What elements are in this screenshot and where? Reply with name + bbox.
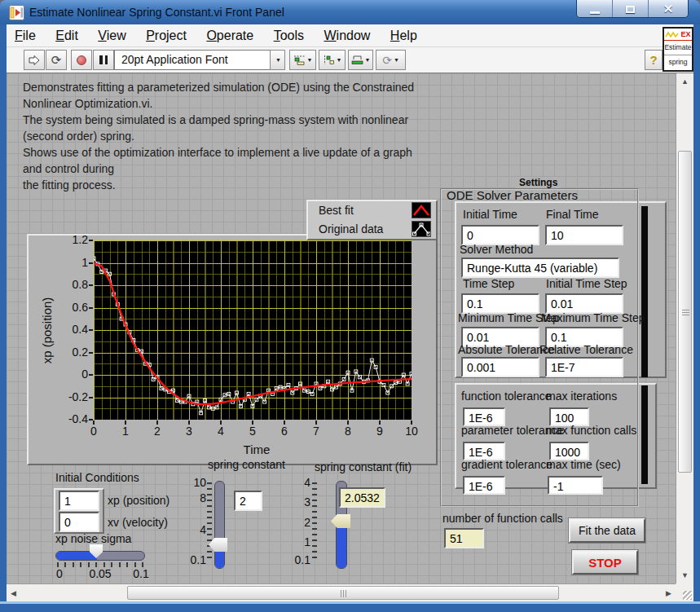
vertical-scrollbar[interactable]: ▲ ▼	[676, 73, 693, 583]
scrollbar-corner	[676, 583, 693, 601]
function-calls-label: number of function calls	[442, 512, 563, 525]
gradient-tolerance-field[interactable]: 1E-6	[463, 476, 505, 495]
scroll-down-icon[interactable]: ▼	[681, 571, 689, 579]
pause-icon	[99, 53, 109, 68]
maximize-button[interactable]	[613, 0, 649, 18]
abort-icon	[77, 55, 86, 65]
graph-plot-area	[94, 240, 412, 420]
labview-front-panel-window: Estimate Nonlinear Spring Constant.vi Fr…	[0, 0, 700, 612]
chevron-down-icon: ▼	[394, 57, 399, 63]
settings-frame-title: Settings	[516, 177, 561, 188]
chevron-down-icon: ▼	[365, 57, 371, 63]
noise-sigma-label: xp noise sigma	[55, 532, 131, 545]
legend-item-original-data[interactable]: Original data	[308, 220, 436, 239]
vi-icon-text-2: spring	[664, 55, 692, 68]
relative-tolerance-field[interactable]: 1E-7	[545, 357, 623, 377]
abort-button[interactable]	[71, 50, 92, 70]
graph-series	[94, 240, 412, 420]
best-fit-line-icon	[412, 202, 431, 218]
ode-cluster-title: ODE Solver Parameters	[447, 188, 578, 202]
scroll-left-icon[interactable]: ◀	[11, 589, 16, 597]
align-objects-icon	[293, 55, 306, 65]
horizontal-scrollbar-thumb[interactable]	[127, 586, 559, 600]
xv-velocity-field[interactable]: 0	[59, 512, 99, 532]
vi-icon[interactable]: EX Estimate spring	[663, 27, 693, 72]
chevron-down-icon: ▼	[275, 57, 281, 63]
resize-objects-icon	[351, 55, 363, 65]
menu-view[interactable]: View	[90, 24, 134, 46]
close-button[interactable]: ✕	[649, 0, 688, 18]
graph-legend: Best fit Original data	[306, 200, 438, 240]
minimize-button[interactable]	[577, 0, 613, 18]
vi-icon-waveform: EX	[664, 29, 692, 41]
menu-help[interactable]: Help	[382, 24, 425, 46]
window-title: Estimate Nonlinear Spring Constant.vi Fr…	[29, 6, 284, 19]
xp-position-field[interactable]: 1	[59, 491, 99, 511]
spring-constant-fit-label: spring constant (fit)	[315, 460, 412, 473]
spring-constant-label: spring constant	[208, 458, 285, 471]
menu-tools[interactable]: Tools	[266, 24, 312, 46]
description-text: Demonstrates fitting a parameterized sim…	[23, 79, 483, 193]
menu-project[interactable]: Project	[138, 24, 195, 46]
font-selector[interactable]: 20pt Application Font	[114, 50, 271, 70]
absolute-tolerance-field[interactable]: 0.001	[461, 357, 539, 377]
max-iterations-label: max iterations	[546, 390, 617, 403]
legend-label: Best fit	[319, 204, 354, 217]
cluster-scroll-bar	[641, 206, 648, 377]
context-help-button[interactable]: ?	[645, 50, 663, 70]
vertical-scrollbar-thumb[interactable]	[678, 151, 692, 473]
scroll-right-icon[interactable]: ▶	[666, 589, 671, 597]
legend-label: Original data	[319, 222, 383, 236]
time-step-label: Time Step	[463, 277, 514, 290]
spring-constant-value-field[interactable]: 2	[234, 491, 262, 511]
scroll-up-icon[interactable]: ▲	[681, 77, 689, 86]
menu-file[interactable]: File	[7, 24, 44, 46]
labview-app-icon	[9, 5, 24, 20]
gradient-tolerance-label: gradient tolerance	[461, 458, 553, 471]
initial-conditions-label: Initial Conditions	[55, 471, 139, 484]
maximize-icon	[626, 6, 635, 13]
pause-button[interactable]	[93, 50, 114, 70]
close-icon: ✕	[663, 2, 674, 16]
horizontal-scrollbar[interactable]: ◀ ▶	[7, 583, 676, 601]
window-border-highlight	[0, 601, 700, 604]
resize-objects-button[interactable]: ▼	[348, 50, 373, 70]
initial-time-step-label: Initial Time Step	[546, 277, 627, 290]
relative-tolerance-label: Relative Tolerance	[539, 343, 633, 356]
distribute-objects-button[interactable]: ▼	[319, 50, 346, 70]
spring-constant-fit-slider-fill	[337, 527, 346, 568]
run-button[interactable]	[24, 50, 45, 70]
xv-velocity-label: xv (velocity)	[108, 516, 168, 529]
cluster-scroll-bar	[641, 385, 648, 484]
max-function-calls-label: max function calls	[546, 424, 636, 437]
menu-bar: File Edit View Project Operate Tools Win…	[7, 24, 693, 47]
xp-position-label: xp (position)	[108, 494, 169, 507]
solver-method-dropdown[interactable]: Runge-Kutta 45 (variable)	[461, 258, 619, 278]
original-data-line-icon	[412, 221, 431, 237]
menu-operate[interactable]: Operate	[198, 24, 262, 46]
run-arrow-icon	[28, 55, 41, 66]
toolbar: ⟳ 20pt Application Font ▼ ▼ ▼	[7, 47, 693, 73]
fit-the-data-button[interactable]: Fit the data	[569, 518, 645, 543]
resize-grip-icon	[683, 591, 692, 600]
waveform-icon	[665, 30, 680, 39]
noise-sigma-slider-ticks	[57, 562, 143, 567]
spring-constant-fit-slider-ticks	[312, 482, 317, 561]
stop-button[interactable]: STOP	[572, 550, 638, 575]
font-selector-arrow[interactable]: ▼	[270, 50, 285, 70]
align-objects-button[interactable]: ▼	[289, 50, 316, 70]
function-tolerance-label: function tolerance	[461, 390, 552, 403]
minimize-icon	[590, 11, 600, 14]
final-time-field[interactable]: 10	[545, 225, 623, 245]
menu-window[interactable]: Window	[315, 24, 378, 46]
legend-item-best-fit[interactable]: Best fit	[308, 201, 436, 220]
spring-constant-slider-track[interactable]	[214, 481, 225, 569]
vi-icon-text-1: Estimate	[664, 41, 692, 55]
max-time-field[interactable]: -1	[548, 476, 603, 495]
run-continuously-button[interactable]: ⟳	[46, 50, 67, 70]
final-time-label: Final Time	[546, 208, 599, 221]
reorder-button[interactable]: ⟳▼	[376, 50, 406, 70]
chevron-down-icon: ▼	[307, 57, 313, 63]
maximum-time-step-label: Maximum Time Step	[541, 311, 645, 324]
menu-edit[interactable]: Edit	[47, 24, 86, 46]
